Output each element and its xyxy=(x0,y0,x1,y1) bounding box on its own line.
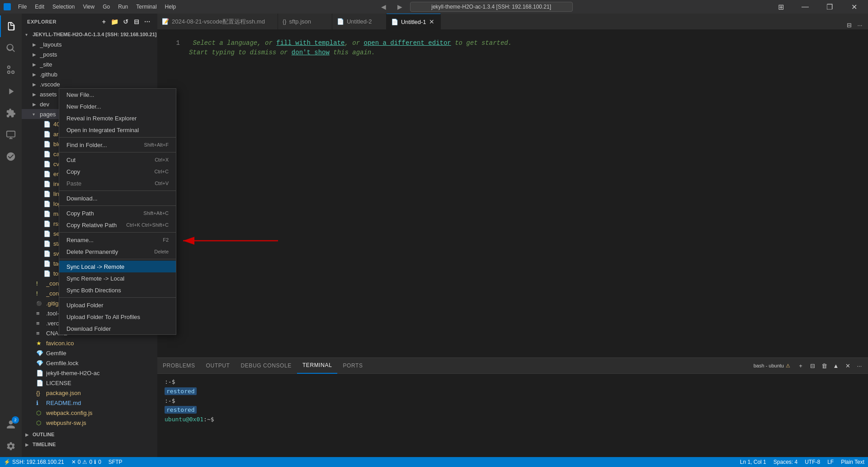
tab-ports[interactable]: PORTS xyxy=(337,358,368,374)
menu-help[interactable]: Help xyxy=(161,3,180,11)
file-license[interactable]: 📄LICENSE xyxy=(22,378,157,388)
ctx-sync-local-remote[interactable]: Sync Local -> Remote xyxy=(59,261,176,272)
close-panel-button[interactable]: ✕ xyxy=(843,361,853,371)
new-file-icon[interactable]: + xyxy=(99,17,108,26)
tab-untitled-1-close[interactable]: ✕ xyxy=(429,18,434,25)
close-button[interactable]: ✕ xyxy=(844,0,864,14)
status-spaces[interactable]: Spaces: 4 xyxy=(770,457,801,467)
ctx-new-folder[interactable]: New Folder... xyxy=(59,100,176,112)
more-panel-button[interactable]: ··· xyxy=(854,361,864,371)
editor-hint-2: , or xyxy=(344,39,363,47)
ctx-copy-relative[interactable]: Copy Relative Path Ctrl+K Ctrl+Shift+C xyxy=(59,219,176,231)
menu-run[interactable]: Run xyxy=(114,3,132,11)
ctx-upload-folder-profiles[interactable]: Upload Folder To All Profiles xyxy=(59,311,176,323)
sftp-icon[interactable] xyxy=(0,146,22,167)
editor-hint-3: to get started. xyxy=(451,39,512,47)
maximize-panel-button[interactable]: ▲ xyxy=(831,361,841,371)
folder-vscode[interactable]: ▶.vscode xyxy=(22,79,157,89)
nav-forward-button[interactable]: ▶ xyxy=(394,2,406,12)
dont-show-link[interactable]: don't show xyxy=(292,49,330,56)
more-tabs-button[interactable]: ··· xyxy=(855,20,864,29)
editor-hint-5: this again. xyxy=(330,49,375,56)
open-editor-link[interactable]: open a different editor xyxy=(364,39,451,47)
remote-explorer-icon[interactable] xyxy=(0,124,22,146)
accounts-icon[interactable]: 2 xyxy=(0,414,22,435)
ctx-sync-remote-local[interactable]: Sync Remote -> Local xyxy=(59,272,176,284)
menu-edit[interactable]: Edit xyxy=(31,3,48,11)
status-spaces-label: Spaces: 4 xyxy=(774,459,797,465)
ctx-copy-path[interactable]: Copy Path Shift+Alt+C xyxy=(59,207,176,219)
file-favicon[interactable]: ★favicon.ico xyxy=(22,338,157,348)
minimize-button[interactable]: — xyxy=(795,0,816,14)
ctx-download[interactable]: Download... xyxy=(59,192,176,204)
run-debug-icon[interactable] xyxy=(0,81,22,102)
kill-terminal-button[interactable]: 🗑 xyxy=(819,361,829,371)
timeline-section[interactable]: ▶TIMELINE xyxy=(22,439,157,449)
status-remote[interactable]: ⚡ SSH: 192.168.100.21 xyxy=(0,457,68,467)
folder-layouts[interactable]: ▶_layouts xyxy=(22,39,157,49)
nav-back-button[interactable]: ◀ xyxy=(377,2,390,12)
file-gemfile[interactable]: 💎Gemfile xyxy=(22,348,157,358)
ctx-rename[interactable]: Rename... F2 xyxy=(59,234,176,246)
status-ln-col[interactable]: Ln 1, Col 1 xyxy=(736,457,770,467)
ctx-delete[interactable]: Delete Permanently Delete xyxy=(59,246,176,257)
editor-content[interactable]: 1 Select a language, or fill with templa… xyxy=(157,29,868,357)
extensions-icon[interactable] xyxy=(0,102,22,124)
status-sftp[interactable]: SFTP xyxy=(105,457,126,467)
terminal-content[interactable]: :-$ restored :-$ restored ubuntu@0x01:~$ xyxy=(157,374,868,457)
new-terminal-button[interactable]: + xyxy=(796,361,806,371)
tab-untitled-1[interactable]: 📄 Untitled-1 ✕ xyxy=(387,14,441,29)
status-encoding[interactable]: UTF-8 xyxy=(801,457,824,467)
ctx-copy[interactable]: Copy Ctrl+C xyxy=(59,166,176,177)
file-webpack[interactable]: ⬡webpack.config.js xyxy=(22,408,157,418)
ctx-open-terminal[interactable]: Open in Integrated Terminal xyxy=(59,124,176,136)
title-search[interactable]: jekyll-theme-H2O-ac-1.3.4 [SSH: 192.168.… xyxy=(410,2,573,12)
settings-icon[interactable] xyxy=(0,435,22,457)
restore-button[interactable]: ❐ xyxy=(819,0,840,14)
tab-sftp-json[interactable]: {} sftp.json ✕ xyxy=(278,14,332,29)
file-package-json[interactable]: {}package.json xyxy=(22,388,157,398)
more-actions-icon[interactable]: ··· xyxy=(143,17,152,26)
tab-output[interactable]: OUTPUT xyxy=(201,358,236,374)
menu-view[interactable]: View xyxy=(79,3,98,11)
root-folder[interactable]: ▾ JEKYLL-THEME-H2O-AC-1.3.4 [SSH: 192.16… xyxy=(22,29,157,39)
menu-selection[interactable]: Selection xyxy=(49,3,78,11)
status-errors[interactable]: ✕ 0 ⚠ 0 ℹ 0 xyxy=(68,457,105,467)
collapse-all-icon[interactable]: ⊟ xyxy=(132,17,141,26)
ctx-download-folder[interactable]: Download Folder xyxy=(59,323,176,334)
status-language[interactable]: Plain Text xyxy=(837,457,868,467)
menu-terminal[interactable]: Terminal xyxy=(132,3,160,11)
tab-problems[interactable]: PROBLEMS xyxy=(157,358,201,374)
file-webpushr[interactable]: ⬡webpushr-sw.js xyxy=(22,418,157,428)
tab-terminal[interactable]: TERMINAL xyxy=(297,358,337,374)
ctx-find-folder[interactable]: Find in Folder... Shift+Alt+F xyxy=(59,139,176,151)
search-icon[interactable] xyxy=(0,37,22,59)
folder-github[interactable]: ▶.github xyxy=(22,69,157,79)
status-eol[interactable]: LF xyxy=(824,457,837,467)
new-folder-icon[interactable]: 📁 xyxy=(110,17,119,26)
fill-template-link[interactable]: fill with template xyxy=(276,39,344,47)
split-editor-button[interactable]: ⊟ xyxy=(844,20,854,29)
files-icon[interactable] xyxy=(0,15,22,37)
folder-site[interactable]: ▶_site xyxy=(22,59,157,69)
source-control-icon[interactable] xyxy=(0,59,22,81)
menu-file[interactable]: File xyxy=(14,3,30,11)
file-jekyll-theme[interactable]: 📄jekyll-theme-H2O-ac xyxy=(22,368,157,378)
menu-go[interactable]: Go xyxy=(99,3,113,11)
tab-debug-console[interactable]: DEBUG CONSOLE xyxy=(235,358,297,374)
folder-posts[interactable]: ▶_posts xyxy=(22,49,157,59)
tab-ssh-md[interactable]: 📝 2024-08-21-vscode配置远程ssh.md ✕ xyxy=(157,14,278,29)
ctx-reveal-remote[interactable]: Reveal in Remote Explorer xyxy=(59,112,176,124)
tab-untitled-2[interactable]: 📄 Untitled-2 ✕ xyxy=(332,14,387,29)
refresh-icon[interactable]: ↺ xyxy=(121,17,130,26)
ctx-sync-both[interactable]: Sync Both Directions xyxy=(59,284,176,296)
ctx-paste[interactable]: Paste Ctrl+V xyxy=(59,177,176,189)
ctx-cut[interactable]: Cut Ctrl+X xyxy=(59,154,176,166)
ctx-upload-folder[interactable]: Upload Folder xyxy=(59,299,176,311)
file-gemfile-lock[interactable]: 💎Gemfile.lock xyxy=(22,358,157,368)
file-readme[interactable]: ℹREADME.md xyxy=(22,398,157,408)
outline-section[interactable]: ▶OUTLINE xyxy=(22,429,157,439)
split-terminal-button[interactable]: ⊟ xyxy=(807,361,817,371)
ctx-new-file[interactable]: New File... xyxy=(59,89,176,100)
layout-button[interactable]: ⊞ xyxy=(770,0,791,14)
